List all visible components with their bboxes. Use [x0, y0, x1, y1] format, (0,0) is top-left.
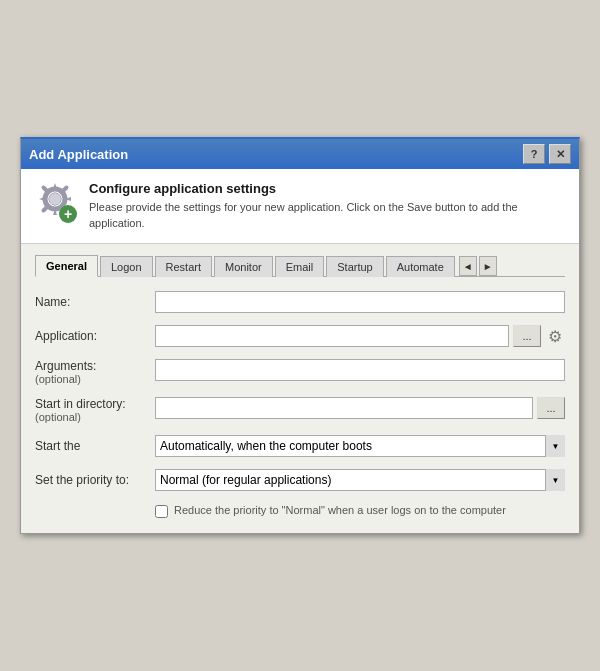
application-label: Application: [35, 329, 155, 343]
startdir-browse-button[interactable]: ... [537, 397, 565, 419]
startthe-row: Start the Automatically, when the comput… [35, 435, 565, 457]
application-browse-button[interactable]: ... [513, 325, 541, 347]
priority-select-wrapper: Normal (for regular applications) Idle B… [155, 469, 565, 491]
arguments-row: Arguments: (optional) [35, 359, 565, 385]
startthe-select[interactable]: Automatically, when the computer boots M… [155, 435, 565, 457]
add-application-window: Add Application ? ✕ + Config [20, 137, 580, 533]
application-row: Application: ... ⚙ [35, 325, 565, 347]
priority-select[interactable]: Normal (for regular applications) Idle B… [155, 469, 565, 491]
application-input[interactable] [155, 325, 509, 347]
application-gear-icon[interactable]: ⚙ [545, 326, 565, 346]
tab-restart[interactable]: Restart [155, 256, 212, 277]
startdir-input[interactable] [155, 397, 533, 419]
header-description: Please provide the settings for your new… [89, 200, 565, 231]
app-icon: + [35, 181, 77, 223]
arguments-input[interactable] [155, 359, 565, 381]
startdir-row: Start in directory: (optional) ... [35, 397, 565, 423]
tab-startup[interactable]: Startup [326, 256, 383, 277]
startthe-select-wrapper: Automatically, when the computer boots M… [155, 435, 565, 457]
content-area: General Logon Restart Monitor Email Star… [21, 244, 579, 532]
priority-label: Set the priority to: [35, 473, 155, 487]
title-bar-buttons: ? ✕ [523, 144, 571, 164]
priority-row: Set the priority to: Normal (for regular… [35, 469, 565, 491]
startthe-label: Start the [35, 439, 155, 453]
name-row: Name: [35, 291, 565, 313]
window-title: Add Application [29, 147, 128, 162]
close-button[interactable]: ✕ [549, 144, 571, 164]
tab-next-button[interactable]: ► [479, 256, 497, 276]
reduce-priority-row: Reduce the priority to "Normal" when a u… [35, 503, 565, 518]
tab-monitor[interactable]: Monitor [214, 256, 273, 277]
help-button[interactable]: ? [523, 144, 545, 164]
svg-point-2 [49, 193, 61, 205]
tab-automate[interactable]: Automate [386, 256, 455, 277]
reduce-priority-label: Reduce the priority to "Normal" when a u… [174, 503, 506, 518]
startdir-label: Start in directory: (optional) [35, 397, 155, 423]
tab-logon[interactable]: Logon [100, 256, 153, 277]
plus-icon: + [59, 205, 77, 223]
name-input[interactable] [155, 291, 565, 313]
header-title: Configure application settings [89, 181, 565, 196]
header-section: + Configure application settings Please … [21, 169, 579, 244]
title-bar: Add Application ? ✕ [21, 139, 579, 169]
tab-prev-button[interactable]: ◄ [459, 256, 477, 276]
arguments-label: Arguments: (optional) [35, 359, 155, 385]
tab-bar: General Logon Restart Monitor Email Star… [35, 254, 565, 277]
tab-email[interactable]: Email [275, 256, 325, 277]
tab-general[interactable]: General [35, 255, 98, 277]
reduce-priority-checkbox[interactable] [155, 505, 168, 518]
name-label: Name: [35, 295, 155, 309]
header-text: Configure application settings Please pr… [89, 181, 565, 231]
